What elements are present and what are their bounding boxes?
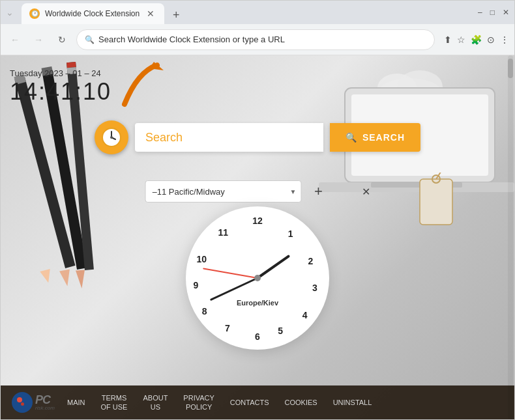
tab-favicon: 🕐 <box>29 8 40 19</box>
clock-face: 12 1 2 3 4 5 6 7 8 9 10 11 <box>186 206 329 350</box>
svg-marker-11 <box>76 270 86 288</box>
svg-marker-6 <box>40 269 53 284</box>
footer: PC risk.com MAIN TERMSOF USE ABOUTUS PRI… <box>1 385 514 419</box>
date-display: Tuesday 2023 – 01 – 24 <box>10 68 111 78</box>
datetime-section: Tuesday 2023 – 01 – 24 14:41:10 <box>10 68 111 105</box>
analog-clock-wrapper: 12 1 2 3 4 5 6 7 8 9 10 11 <box>186 206 329 350</box>
tab-bar: 🕐 Worldwide Clock Extension ✕ + <box>22 1 470 24</box>
timezone-wrapper: –11 Pacific/Midway UTC America/New_York … <box>145 180 302 203</box>
footer-nav-privacy[interactable]: PRIVACYPOLICY <box>175 391 222 415</box>
chevron-icon: ⌄ <box>6 7 14 18</box>
address-search-icon: 🔍 <box>85 35 95 44</box>
svg-marker-9 <box>59 270 72 287</box>
title-bar: ⌄ 🕐 Worldwide Clock Extension ✕ + – □ ✕ <box>1 1 514 24</box>
window-controls-right: – □ ✕ <box>478 8 509 17</box>
address-input[interactable]: 🔍 Search Worldwide Clock Extension or ty… <box>76 29 435 50</box>
clock-num-1: 1 <box>288 229 293 239</box>
footer-nav-cookies[interactable]: COOKIES <box>277 395 325 410</box>
back-button[interactable]: ← <box>6 31 24 49</box>
clock-num-2: 2 <box>308 256 313 266</box>
timezone-select[interactable]: –11 Pacific/Midway UTC America/New_York … <box>145 180 302 203</box>
clock-num-10: 10 <box>196 254 207 264</box>
clock-num-3: 3 <box>312 283 317 293</box>
close-timezone-button[interactable]: ✕ <box>362 186 370 198</box>
search-input[interactable]: Search <box>135 123 323 152</box>
svg-point-24 <box>110 136 113 139</box>
timezone-section: –11 Pacific/Midway UTC America/New_York … <box>145 180 370 203</box>
clock-num-7: 7 <box>225 323 230 333</box>
footer-nav-about[interactable]: ABOUTUS <box>135 391 175 415</box>
reload-icon: ↻ <box>58 35 66 45</box>
svg-rect-18 <box>420 179 452 225</box>
minimize-button[interactable]: – <box>478 8 482 17</box>
second-hand <box>203 268 258 279</box>
footer-nav-terms[interactable]: TERMSOF USE <box>93 391 136 415</box>
active-tab[interactable]: 🕐 Worldwide Clock Extension ✕ <box>22 3 164 24</box>
time-display: 14:41:10 <box>10 78 111 105</box>
footer-navigation: MAIN TERMSOF USE ABOUTUS PRIVACYPOLICY C… <box>59 391 508 415</box>
profile-icon[interactable]: ⊙ <box>487 35 495 45</box>
footer-nav-main[interactable]: MAIN <box>59 395 93 410</box>
new-tab-button[interactable]: + <box>167 6 185 24</box>
analog-clock: 12 1 2 3 4 5 6 7 8 9 10 11 <box>186 206 329 350</box>
add-timezone-button[interactable]: + <box>310 182 328 201</box>
clock-logo-icon <box>95 120 128 154</box>
search-section: Search 🔍 SEARCH <box>95 120 420 154</box>
svg-rect-12 <box>66 62 76 68</box>
clock-num-9: 9 <box>193 280 198 290</box>
clock-num-6: 6 <box>255 331 260 342</box>
tab-title: Worldwide Clock Extension <box>45 9 140 18</box>
hour-hand <box>257 255 290 279</box>
browser-frame: ⌄ 🕐 Worldwide Clock Extension ✕ + – □ ✕ … <box>0 0 515 420</box>
clock-timezone-label: Europe/Kiev <box>237 299 278 307</box>
footer-logo: PC risk.com <box>7 385 59 419</box>
page-content: Tuesday 2023 – 01 – 24 14:41:10 Search 🔍… <box>1 55 514 419</box>
forward-button[interactable]: → <box>29 31 48 49</box>
address-text: Search Worldwide Clock Extension or type… <box>98 35 426 44</box>
address-right-icons: ⬆ ☆ 🧩 ⊙ ⋮ <box>444 35 509 45</box>
footer-nav-uninstall[interactable]: UNINSTALL <box>325 395 380 410</box>
address-bar: ← → ↻ 🔍 Search Worldwide Clock Extension… <box>1 24 514 55</box>
bookmark-icon[interactable]: ☆ <box>457 35 465 45</box>
window-controls-left: ⌄ <box>6 7 14 18</box>
search-btn-label: SEARCH <box>362 132 405 143</box>
footer-nav-contacts[interactable]: CONTACTS <box>222 395 277 410</box>
extensions-icon[interactable]: 🧩 <box>471 35 482 45</box>
tag-decoration <box>410 173 462 238</box>
clock-num-12: 12 <box>252 216 263 226</box>
clock-num-11: 11 <box>218 227 228 238</box>
share-icon[interactable]: ⬆ <box>444 35 452 45</box>
minute-hand <box>210 277 258 301</box>
clock-num-5: 5 <box>278 326 283 336</box>
clock-center-dot <box>254 275 261 281</box>
clock-num-8: 8 <box>202 306 207 316</box>
maximize-button[interactable]: □ <box>490 8 495 17</box>
search-btn-icon: 🔍 <box>346 132 357 143</box>
clock-num-4: 4 <box>302 310 308 320</box>
back-icon: ← <box>10 35 20 45</box>
reload-button[interactable]: ↻ <box>53 31 71 49</box>
scrollbar[interactable] <box>508 55 513 419</box>
close-button[interactable]: ✕ <box>503 8 509 17</box>
forward-icon: → <box>34 35 43 45</box>
scrollbar-thumb[interactable] <box>508 59 513 78</box>
tab-close-button[interactable]: ✕ <box>145 8 156 20</box>
menu-icon[interactable]: ⋮ <box>500 35 509 45</box>
search-placeholder: Search <box>145 131 183 145</box>
search-button[interactable]: 🔍 SEARCH <box>330 123 420 152</box>
